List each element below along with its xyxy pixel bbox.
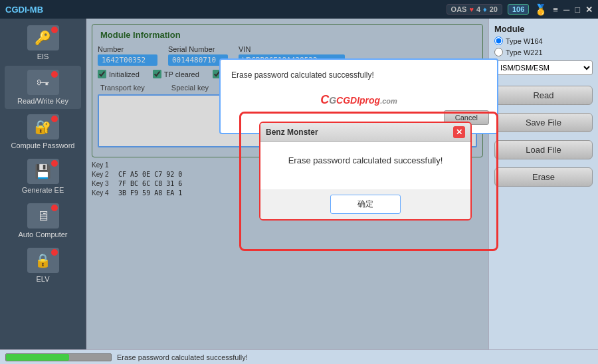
oas-label: OAS (451, 5, 467, 13)
sidebar-item-generate[interactable]: 💾 Generate EE (5, 155, 81, 198)
benz-message: Erase password calculated successfully! (271, 155, 460, 165)
dialog-benz: Benz Monster ✕ Erase password calculated… (259, 122, 472, 221)
score-box: 106 (508, 4, 529, 15)
sidebar-item-readwrite[interactable]: 🗝 Read/Write Key (5, 66, 81, 109)
sidebar-label-readwrite: Read/Write Key (17, 97, 68, 105)
save-file-button[interactable]: Save File (494, 113, 593, 132)
eis-icon: 🔑 (27, 25, 59, 50)
sidebar-label-eis: EIS (37, 52, 49, 60)
generate-icon: 💾 (27, 159, 59, 184)
app-title: CGDI-MB (5, 5, 43, 15)
diamond-count: 20 (490, 5, 498, 13)
sidebar-label-generate: Generate EE (22, 186, 64, 194)
elv-icon: 🔒 (27, 248, 59, 273)
sidebar-item-eis[interactable]: 🔑 EIS (5, 21, 81, 64)
right-panel: Module Type W164 Type W221 ISM/DSM/ESM E… (488, 19, 598, 349)
menu-icon[interactable]: ≡ (553, 5, 558, 15)
sidebar-item-compute[interactable]: 🔐 Compute Password (5, 110, 81, 153)
load-file-button[interactable]: Load File (494, 140, 593, 159)
benz-close-button[interactable]: ✕ (453, 126, 465, 138)
radio-w164[interactable]: Type W164 (494, 37, 593, 45)
radio-w164-label: Type W164 (506, 37, 543, 45)
radio-w221[interactable]: Type W221 (494, 48, 593, 56)
compute-icon: 🔐 (27, 114, 59, 139)
title-bar: CGDI-MB OAS ♥ 4 ♦ 20 106 🥇 ≡ ─ □ ✕ (0, 0, 598, 19)
sidebar-item-autocomputer[interactable]: 🖥 Auto Computer (5, 199, 81, 242)
benz-footer: 确定 (260, 189, 470, 219)
sidebar-item-elv[interactable]: 🔒 ELV (5, 244, 81, 287)
progress-bar-container (5, 353, 112, 361)
main-layout: 🔑 EIS 🗝 Read/Write Key 🔐 Compute Passwor… (0, 19, 598, 349)
radio-w221-label: Type W221 (506, 48, 543, 56)
dialog-erase-msg: Erase password calculated successfully! (229, 68, 489, 82)
minimize-icon[interactable]: ─ (563, 5, 569, 15)
module-panel-title: Module (494, 24, 593, 34)
diamond-icon: ♦ (483, 5, 487, 13)
status-bar: Erase password calculated successfully! (0, 349, 598, 364)
sidebar-label-compute: Compute Password (11, 141, 75, 149)
medal-icon: 🥇 (534, 3, 548, 16)
confirm-button[interactable]: 确定 (330, 195, 401, 214)
sidebar: 🔑 EIS 🗝 Read/Write Key 🔐 Compute Passwor… (0, 19, 86, 349)
radio-w221-input[interactable] (494, 48, 503, 56)
heart-icon: ♥ (469, 5, 474, 13)
status-message: Erase password calculated successfully! (117, 353, 248, 361)
heart-count: 4 (476, 5, 480, 13)
cgdi-logo: CGCGDIprog.com (229, 90, 489, 108)
sidebar-label-elv: ELV (37, 275, 50, 283)
content-area: Module Information Number 1642T00352 Ser… (86, 19, 488, 349)
benz-body: Erase password calculated successfully! (260, 142, 470, 189)
sidebar-label-autocomputer: Auto Computer (19, 230, 68, 238)
radio-group: Type W164 Type W221 (494, 37, 593, 56)
maximize-icon[interactable]: □ (575, 5, 580, 15)
readwrite-icon: 🗝 (27, 70, 59, 95)
benz-titlebar: Benz Monster ✕ (260, 123, 470, 142)
progress-bar-fill (6, 354, 69, 361)
module-dropdown[interactable]: ISM/DSM/ESM EIS ELV (494, 60, 593, 75)
erase-button[interactable]: Erase (494, 167, 593, 187)
autocomputer-icon: 🖥 (27, 203, 59, 228)
close-icon[interactable]: ✕ (585, 5, 593, 15)
benz-title: Benz Monster (266, 128, 318, 137)
radio-w164-input[interactable] (494, 37, 503, 45)
oas-chip: OAS ♥ 4 ♦ 20 (447, 4, 502, 15)
title-bar-right: OAS ♥ 4 ♦ 20 106 🥇 ≡ ─ □ ✕ (447, 3, 593, 16)
read-button[interactable]: Read (494, 86, 593, 105)
